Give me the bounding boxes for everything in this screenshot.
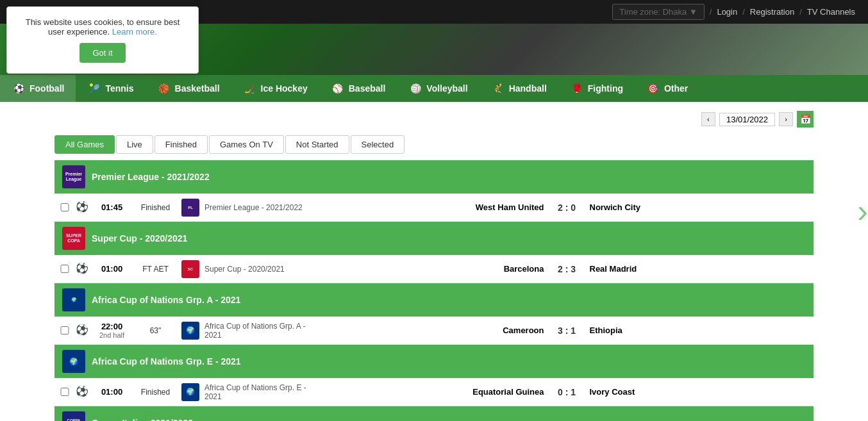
- match-away-team: Ethiopia: [590, 326, 809, 335]
- date-bar: ‹ 13/01/2022 › 📅: [49, 108, 819, 130]
- table-row: ⚽ 01:45 Finished PL Premier League - 202…: [54, 194, 814, 222]
- match-league-logo: SC: [181, 260, 199, 278]
- afcon-a-logo: 🌍: [62, 288, 85, 311]
- league-premier-league: PremierLeague Premier League - 2021/2022…: [54, 160, 814, 222]
- table-row: ⚽ 01:00 Finished 🌍 Africa Cup of Nations…: [54, 378, 814, 406]
- match-score: 0 : 1: [549, 387, 585, 397]
- cookie-banner: This website uses cookies, to ensure bes…: [6, 6, 199, 74]
- sport-fighting[interactable]: 🥊 Fighting: [558, 75, 635, 102]
- super-cup-title: Super Cup - 2020/2021: [92, 233, 187, 244]
- match-checkbox[interactable]: [60, 326, 70, 334]
- sport-other-label: Other: [664, 83, 688, 94]
- sport-basketball[interactable]: 🏀 Basketball: [146, 75, 231, 102]
- super-cup-logo: SUPERCOPA: [62, 227, 85, 250]
- match-time: 01:00: [94, 264, 129, 274]
- tab-all-games[interactable]: All Games: [54, 135, 115, 154]
- match-home-team: Barcelona: [325, 264, 544, 274]
- prev-date-button[interactable]: ‹: [701, 112, 715, 126]
- sport-football[interactable]: ⚽ Football: [0, 75, 76, 102]
- match-away-team: Real Madrid: [590, 264, 809, 274]
- separator-1: /: [710, 7, 712, 17]
- baseball-icon: ⚾: [331, 81, 345, 95]
- afcon-a-title: Africa Cup of Nations Grp. A - 2021: [92, 295, 240, 305]
- sport-handball[interactable]: 🤾 Handball: [480, 75, 558, 102]
- tv-channels-link[interactable]: TV Channels: [807, 7, 855, 17]
- league-super-cup-header[interactable]: SUPERCOPA Super Cup - 2020/2021: [54, 222, 814, 255]
- cookie-accept-button[interactable]: Got it: [79, 43, 125, 63]
- sport-volleyball-label: Volleyball: [426, 83, 467, 94]
- page-wrapper: ‹ 13/01/2022 › 📅 All Games Live Finished…: [0, 102, 868, 421]
- tab-selected[interactable]: Selected: [351, 135, 405, 154]
- match-league-logo: PL: [181, 199, 199, 217]
- tab-games-on-tv[interactable]: Games On TV: [209, 135, 284, 154]
- league-afcon-e: 🌍 Africa Cup of Nations Grp. E - 2021 ⚽ …: [54, 345, 814, 406]
- volleyball-icon: 🏐: [408, 81, 422, 95]
- separator-3: /: [799, 7, 802, 17]
- league-super-cup: SUPERCOPA Super Cup - 2020/2021 ⚽ 01:00 …: [54, 222, 814, 283]
- football-icon: ⚽: [12, 81, 26, 95]
- sport-other[interactable]: 🎯 Other: [635, 75, 699, 102]
- match-checkbox[interactable]: [60, 203, 70, 211]
- sports-navigation: ⚽ Football 🎾 Tennis 🏀 Basketball 🏒 Ice H…: [0, 75, 868, 102]
- other-icon: 🎯: [646, 81, 660, 95]
- basketball-icon: 🏀: [157, 81, 171, 95]
- handball-icon: 🤾: [491, 81, 505, 95]
- league-premier-league-header[interactable]: PremierLeague Premier League - 2021/2022: [54, 160, 814, 194]
- match-checkbox[interactable]: [60, 265, 70, 273]
- current-date: 13/01/2022: [719, 113, 775, 126]
- match-score: 2 : 3: [549, 264, 585, 274]
- match-home-team: Cameroon: [325, 326, 544, 335]
- match-status: 63": [135, 326, 176, 335]
- league-coppa-italia-header[interactable]: COPPAITALIA Coppa Italia - 2021/2022: [54, 406, 814, 421]
- sport-tennis[interactable]: 🎾 Tennis: [76, 75, 145, 102]
- registration-link[interactable]: Registration: [750, 7, 794, 17]
- tab-live[interactable]: Live: [116, 135, 153, 154]
- afcon-e-logo: 🌍: [62, 350, 85, 373]
- soccer-ball-icon: ⚽: [75, 262, 89, 276]
- sport-handball-label: Handball: [509, 83, 547, 94]
- match-time: 01:45: [94, 202, 129, 212]
- match-away-team: Ivory Coast: [590, 387, 809, 397]
- match-score: 2 : 0: [549, 202, 585, 213]
- calendar-button[interactable]: 📅: [797, 111, 814, 128]
- sport-baseball-label: Baseball: [349, 83, 386, 94]
- match-status: FT AET: [135, 265, 176, 274]
- match-league-name: Africa Cup of Nations Grp. E - 2021: [204, 383, 320, 401]
- league-afcon-e-header[interactable]: 🌍 Africa Cup of Nations Grp. E - 2021: [54, 345, 814, 378]
- match-away-team: Norwich City: [590, 202, 809, 212]
- match-status: Finished: [135, 203, 176, 212]
- league-afcon-a: 🌍 Africa Cup of Nations Grp. A - 2021 ⚽ …: [54, 283, 814, 345]
- sport-fighting-label: Fighting: [588, 83, 623, 94]
- sport-baseball[interactable]: ⚾ Baseball: [319, 75, 397, 102]
- premier-league-logo: PremierLeague: [62, 165, 85, 188]
- right-scroll-arrow[interactable]: ›: [857, 192, 868, 229]
- soccer-ball-icon: ⚽: [75, 201, 89, 215]
- match-league-logo: 🌍: [181, 383, 199, 401]
- coppa-italia-title: Coppa Italia - 2021/2022: [92, 418, 193, 421]
- login-link[interactable]: Login: [717, 7, 737, 17]
- afcon-e-title: Africa Cup of Nations Grp. E - 2021: [92, 356, 241, 367]
- match-score: 3 : 1: [549, 326, 585, 336]
- learn-more-link[interactable]: Learn more.: [112, 27, 157, 37]
- sport-ice-hockey[interactable]: 🏒 Ice Hockey: [231, 75, 319, 102]
- table-row: ⚽ 22:00 2nd half 63" 🌍 Africa Cup of Nat…: [54, 317, 814, 345]
- tab-not-started[interactable]: Not Started: [285, 135, 349, 154]
- coppa-italia-logo: COPPAITALIA: [62, 411, 85, 421]
- separator-2: /: [742, 7, 745, 17]
- match-checkbox[interactable]: [60, 388, 70, 396]
- match-league-name: Super Cup - 2020/2021: [204, 265, 320, 274]
- league-afcon-a-header[interactable]: 🌍 Africa Cup of Nations Grp. A - 2021: [54, 283, 814, 317]
- sport-basketball-label: Basketball: [175, 83, 220, 94]
- match-league-name: Premier League - 2021/2022: [204, 203, 320, 212]
- match-home-team: West Ham United: [325, 202, 544, 212]
- match-home-team: Equatorial Guinea: [325, 387, 544, 397]
- timezone-selector[interactable]: Time zone: Dhaka ▼: [612, 4, 705, 20]
- next-date-button[interactable]: ›: [779, 112, 793, 126]
- ice-hockey-icon: 🏒: [243, 81, 257, 95]
- tab-finished[interactable]: Finished: [154, 135, 208, 154]
- soccer-ball-icon: ⚽: [75, 385, 89, 399]
- sport-tennis-label: Tennis: [105, 83, 133, 94]
- sport-ice-hockey-label: Ice Hockey: [261, 83, 308, 94]
- sport-volleyball[interactable]: 🏐 Volleyball: [397, 75, 479, 102]
- soccer-ball-icon: ⚽: [75, 324, 89, 338]
